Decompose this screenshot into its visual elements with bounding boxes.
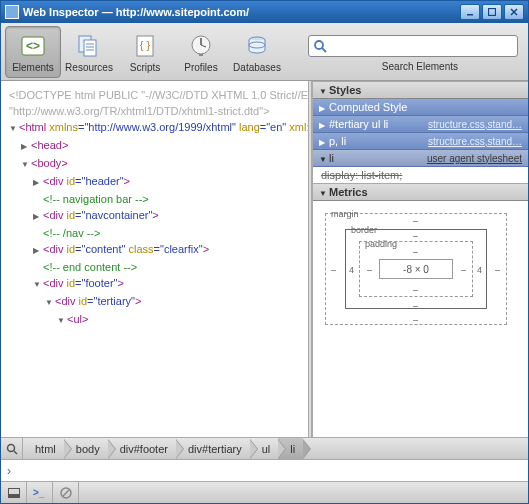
search-icon	[313, 39, 327, 53]
clear-button[interactable]	[53, 482, 79, 503]
scripts-icon: { }	[131, 32, 159, 60]
div-content-node[interactable]: <div id="content" class="clearfix">	[5, 241, 304, 259]
tab-resources[interactable]: Resources	[61, 26, 117, 78]
metrics-section-header[interactable]: Metrics	[313, 183, 528, 201]
profiles-icon	[187, 32, 215, 60]
metrics-box: -8 × 0 margin border padding – – – – – –…	[313, 201, 528, 437]
tab-resources-label: Resources	[65, 62, 113, 73]
svg-line-18	[322, 48, 326, 52]
tab-databases[interactable]: Databases	[229, 26, 285, 78]
dock-button[interactable]	[1, 482, 27, 503]
resources-icon	[75, 32, 103, 60]
head-node[interactable]: <head>	[5, 137, 304, 155]
border-label: border	[351, 225, 377, 235]
svg-rect-0	[467, 14, 473, 16]
body-node[interactable]: <body>	[5, 155, 304, 173]
svg-text:<>: <>	[26, 39, 40, 53]
tab-scripts[interactable]: { } Scripts	[117, 26, 173, 78]
databases-icon	[243, 32, 271, 60]
svg-rect-5	[84, 40, 96, 56]
div-tertiary-node[interactable]: <div id="tertiary">	[5, 293, 304, 311]
breadcrumb: html body div#footer div#tertiary ul li	[1, 437, 528, 459]
svg-line-20	[14, 451, 17, 454]
close-button[interactable]	[504, 4, 524, 20]
search-input[interactable]	[331, 40, 513, 52]
doctype-line: <!DOCTYPE html PUBLIC "-//W3C//DTD XHTML…	[5, 87, 304, 103]
style-rule-1[interactable]: #tertiary ul listructure.css,stand…	[313, 116, 528, 133]
comment-navend[interactable]: <!-- /nav -->	[5, 225, 304, 241]
minimize-button[interactable]	[460, 4, 480, 20]
sidebar: Styles Computed Style #tertiary ul listr…	[312, 81, 528, 437]
svg-rect-14	[199, 54, 203, 56]
window-title: Web Inspector — http://www.sitepoint.com…	[23, 6, 249, 18]
computed-style-row[interactable]: Computed Style	[313, 99, 528, 116]
margin-label: margin	[331, 209, 359, 219]
crumb-tertiary[interactable]: div#tertiary	[176, 438, 250, 459]
titlebar[interactable]: Web Inspector — http://www.sitepoint.com…	[1, 1, 528, 23]
svg-rect-22	[8, 494, 19, 498]
comment-endcontent[interactable]: <!-- end content -->	[5, 259, 304, 275]
padding-label: padding	[365, 239, 397, 249]
crumb-html[interactable]: html	[23, 438, 64, 459]
svg-point-19	[7, 444, 14, 451]
search-input-wrapper[interactable]	[308, 35, 518, 57]
doctype-line2: "http://www.w3.org/TR/xhtml1/DTD/xhtml1-…	[5, 103, 304, 119]
maximize-button[interactable]	[482, 4, 502, 20]
svg-rect-1	[489, 9, 496, 16]
svg-text:{ }: { }	[140, 39, 151, 51]
console-toggle-button[interactable]: >_	[27, 482, 53, 503]
comment-nav[interactable]: <!-- navigation bar -->	[5, 191, 304, 207]
tab-databases-label: Databases	[233, 62, 281, 73]
ul-node[interactable]: <ul>	[5, 311, 304, 329]
app-icon	[5, 5, 19, 19]
bottom-bar: >_	[1, 481, 528, 503]
style-rule-3-body[interactable]: display: list-item;	[313, 167, 528, 183]
main-area: <!DOCTYPE html PUBLIC "-//W3C//DTD XHTML…	[1, 81, 528, 437]
svg-line-25	[63, 490, 69, 496]
crumb-footer[interactable]: div#footer	[108, 438, 176, 459]
web-inspector-window: Web Inspector — http://www.sitepoint.com…	[0, 0, 529, 504]
svg-text:>_: >_	[33, 488, 45, 498]
search-icon-small[interactable]	[1, 438, 23, 459]
div-header-node[interactable]: <div id="header">	[5, 173, 304, 191]
console-prompt[interactable]: ›	[1, 459, 528, 481]
tab-profiles[interactable]: Profiles	[173, 26, 229, 78]
style-rule-3[interactable]: liuser agent stylesheet	[313, 150, 528, 167]
elements-icon: <>	[19, 32, 47, 60]
dom-tree[interactable]: <!DOCTYPE html PUBLIC "-//W3C//DTD XHTML…	[1, 81, 308, 437]
toolbar: <> Elements Resources { } Scripts Profil…	[1, 23, 528, 81]
tab-profiles-label: Profiles	[184, 62, 217, 73]
styles-section-header[interactable]: Styles	[313, 81, 528, 99]
tab-scripts-label: Scripts	[130, 62, 161, 73]
content-box: -8 × 0	[379, 259, 453, 279]
div-navcontainer-node[interactable]: <div id="navcontainer">	[5, 207, 304, 225]
div-footer-node[interactable]: <div id="footer">	[5, 275, 304, 293]
search-label: Search Elements	[382, 61, 458, 72]
tab-elements-label: Elements	[12, 62, 54, 73]
style-rule-2[interactable]: p, listructure.css,stand…	[313, 133, 528, 150]
svg-point-17	[315, 41, 323, 49]
html-node[interactable]: <html xmlns="http://www.w3.org/1999/xhtm…	[5, 119, 304, 137]
tab-elements[interactable]: <> Elements	[5, 26, 61, 78]
